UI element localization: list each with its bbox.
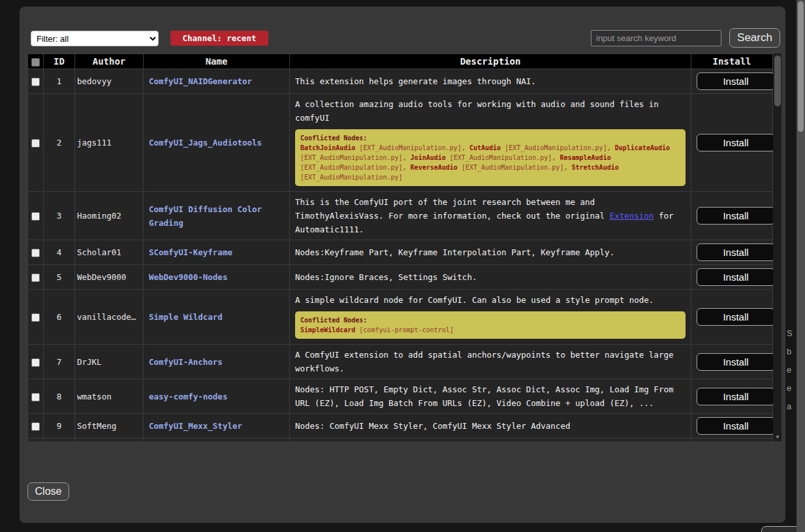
row-name-link[interactable]: Simple Wildcard <box>149 312 223 322</box>
scroll-down-arrow-icon[interactable]: ▼ <box>773 434 781 440</box>
row-author: bedovyy <box>75 69 144 94</box>
conflict-title: Conflicted Nodes: <box>300 315 680 325</box>
channel-badge: Channel: recent <box>170 31 268 46</box>
row-name-link[interactable]: ComfyUI_Jags_Audiotools <box>149 138 262 148</box>
row-checkbox-cell <box>28 345 44 379</box>
row-id: 1 <box>44 69 75 94</box>
row-id: 5 <box>44 265 75 290</box>
row-description: Nodes: HTTP POST, Empty Dict, Assoc Str,… <box>295 383 686 410</box>
row-name-link[interactable]: ComfyUI Diffusion Color Grading <box>149 204 262 228</box>
row-author: jags111 <box>75 94 144 192</box>
row-checkbox[interactable] <box>31 313 40 322</box>
install-button[interactable]: Install <box>697 243 775 261</box>
row-name-cell: ComfyUI_NAIDGenerator <box>144 69 290 94</box>
row-checkbox[interactable] <box>31 422 40 431</box>
row-description: Nodes: ComfyUI Mexx Styler, ComfyUI Mexx… <box>295 419 686 433</box>
nodes-table: ID Author Name Description Install 1 bed… <box>27 54 781 441</box>
row-install-cell: Install <box>691 379 773 414</box>
row-author: Haoming02 <box>75 192 144 240</box>
window-scrollbar-thumb[interactable] <box>798 1 804 132</box>
row-description: Nodes:Ignore Braces, Settings Switch. <box>295 270 686 284</box>
window-scrollbar[interactable] <box>797 0 805 532</box>
row-checkbox[interactable] <box>31 78 40 86</box>
table-row: 2 jags111 ComfyUI_Jags_Audiotools A coll… <box>28 94 773 192</box>
filter-select[interactable]: Filter: all <box>31 31 159 46</box>
header-author: Author <box>75 54 144 69</box>
select-all-checkbox[interactable] <box>31 58 40 67</box>
install-button[interactable]: Install <box>697 207 775 225</box>
row-checkbox-cell <box>28 240 44 265</box>
background-letter: S <box>787 328 793 338</box>
install-button[interactable]: Install <box>697 134 775 151</box>
install-button[interactable]: Install <box>697 417 775 435</box>
row-description: This is the ComfyUI port of the joint re… <box>295 195 686 236</box>
search-button[interactable]: Search <box>729 28 780 48</box>
close-button[interactable]: Close <box>27 482 69 501</box>
header-install: Install <box>691 54 773 69</box>
nodes-table-grid: ID Author Name Description Install 1 bed… <box>27 54 773 441</box>
row-checkbox-cell <box>28 265 44 290</box>
background-partial-button <box>761 526 801 532</box>
install-button[interactable]: Install <box>697 308 775 326</box>
header-name: Name <box>144 54 290 69</box>
row-name-cell: ComfyUI_Jags_Audiotools <box>144 94 290 192</box>
install-button[interactable]: Install <box>697 72 775 90</box>
row-id: 10 <box>44 439 75 442</box>
description-link[interactable]: Extension <box>610 211 654 221</box>
install-button[interactable]: Install <box>697 388 775 405</box>
row-install-cell: Install <box>691 414 773 439</box>
conflict-title: Conflicted Nodes: <box>300 133 680 143</box>
row-author: wmatson <box>75 379 144 414</box>
row-checkbox[interactable] <box>31 249 40 257</box>
row-name-link[interactable]: WebDev9000-Nodes <box>149 272 227 282</box>
search-input[interactable] <box>591 30 721 46</box>
row-description: A ComfyUI extension to add spatial ancho… <box>295 348 686 375</box>
row-name-link[interactable]: ComfyUI_Mexx_Styler <box>149 421 242 431</box>
table-scrollbar-thumb[interactable] <box>774 55 781 106</box>
row-checkbox-cell <box>28 414 44 439</box>
table-row: 1 bedovyy ComfyUI_NAIDGenerator This ext… <box>28 69 773 94</box>
row-name-link[interactable]: SComfyUI-Keyframe <box>149 247 232 257</box>
row-author: SoftMeng <box>75 414 144 439</box>
row-description-cell: A ComfyUI extension to add spatial ancho… <box>290 345 691 379</box>
table-row: 10 zcfrank1st ComfyUI Yolov8 Nodes: Yolo… <box>28 439 773 442</box>
table-row: 7 DrJKL ComfyUI-Anchors A ComfyUI extens… <box>28 345 773 379</box>
row-install-cell: Install <box>691 240 773 265</box>
row-id: 7 <box>44 345 75 379</box>
row-description-cell: Nodes:Keyframe Part, Keyframe Interpolat… <box>290 240 691 265</box>
row-description-cell: Nodes:Ignore Braces, Settings Switch. <box>290 265 691 290</box>
row-id: 9 <box>44 414 75 439</box>
table-row: 4 Scholar01 SComfyUI-Keyframe Nodes:Keyf… <box>28 240 773 265</box>
row-name-link[interactable]: ComfyUI_NAIDGenerator <box>149 76 252 86</box>
header-description: Description <box>290 54 691 69</box>
row-id: 6 <box>44 290 75 345</box>
row-checkbox[interactable] <box>31 139 40 148</box>
row-checkbox[interactable] <box>31 212 40 221</box>
table-scrollbar[interactable]: ▼ <box>773 54 781 441</box>
background-letter: e <box>787 365 791 375</box>
table-row: 8 wmatson easy-comfy-nodes Nodes: HTTP P… <box>28 379 773 414</box>
row-name-cell: ComfyUI Diffusion Color Grading <box>144 192 290 240</box>
row-id: 4 <box>44 240 75 265</box>
install-button[interactable]: Install <box>697 353 775 371</box>
row-checkbox-cell <box>28 439 44 442</box>
row-id: 3 <box>44 192 75 240</box>
row-description: This extension helps generate images thr… <box>295 74 686 88</box>
row-name-link[interactable]: easy-comfy-nodes <box>149 392 227 401</box>
header-id: ID <box>44 54 75 69</box>
install-custom-nodes-dialog: Filter: all Channel: recent Search ID Au… <box>20 7 785 523</box>
row-name-cell: ComfyUI-Anchors <box>144 345 290 379</box>
row-install-cell: Install <box>691 439 773 442</box>
row-checkbox[interactable] <box>31 274 40 282</box>
row-checkbox[interactable] <box>31 358 40 367</box>
conflict-list: SimpleWildcard [comfyui-prompt-control] <box>300 325 680 335</box>
background-letter: b <box>787 347 791 356</box>
row-description-cell: A collection amazing audio tools for wor… <box>290 94 691 192</box>
install-button[interactable]: Install <box>697 268 775 286</box>
background-app-text: Sbeea <box>787 0 796 532</box>
row-description-cell: This extension helps generate images thr… <box>290 69 691 94</box>
row-name-link[interactable]: ComfyUI-Anchors <box>149 357 223 367</box>
row-description: A simple wildcard node for ComfyUI. Can … <box>295 293 686 307</box>
row-checkbox[interactable] <box>31 393 40 401</box>
row-install-cell: Install <box>691 69 773 94</box>
